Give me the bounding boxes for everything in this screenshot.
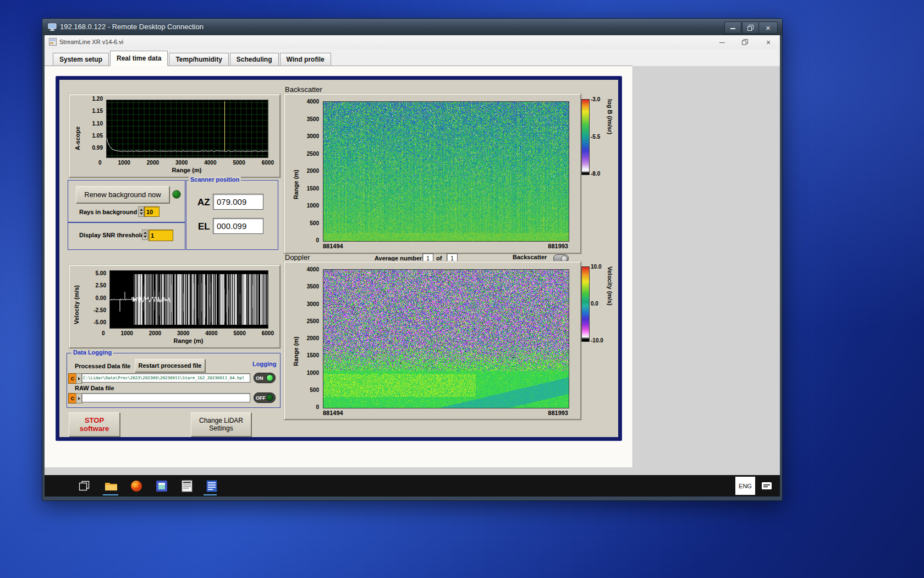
x-tick: 2000 [147,160,159,166]
y-tick: 1500 [307,186,319,192]
snr-value-field[interactable]: 1 [148,230,173,241]
tab-real-time-data[interactable]: Real time data [110,51,168,66]
app-close-button[interactable]: × [757,35,780,49]
task-view-button[interactable] [77,479,91,493]
ascope-group: A-scope 1.20 1.15 1.10 1.05 0.99 0 1000 … [69,94,280,178]
az-value-field[interactable]: 079.009 [213,194,263,210]
x-tick: 6000 [262,330,274,336]
x-tick: 4000 [205,330,217,336]
y-tick: 5.00 [96,270,106,276]
ascope-xlabel: Range (m) [106,167,267,173]
ascope-yticks: 1.20 1.15 1.10 1.05 0.99 [84,96,103,151]
processed-path-field[interactable]: C:\Lidar\Data\Proc\2023\202309\20230911\… [81,373,250,383]
logging-label: Logging [252,361,276,367]
y-tick: 2000 [307,168,319,174]
y-tick: 2500 [307,151,319,157]
y-tick: 1.15 [92,108,103,114]
x-tick: 1000 [118,160,130,166]
document-icon[interactable] [205,479,219,493]
y-tick: 0 [316,237,319,243]
change-lidar-settings-button[interactable]: Change LiDAR Settings [191,412,251,437]
raw-logging-toggle[interactable]: OFF [254,392,276,403]
y-tick: 2.50 [96,282,106,288]
backscatter-canvas [323,101,569,242]
backscatter-yticks: 4000 3500 3000 2500 2000 1500 1000 500 0 [300,99,319,243]
velocity-yticks: 5.00 2.50 0.00 -2.50 -5.00 [84,270,106,325]
background-groupbox: Renew background now Rays in background … [68,180,185,223]
backscatter-x-range: 881494 881993 [323,243,568,249]
y-tick: 1.05 [92,133,103,139]
stop-software-button[interactable]: STOP software [69,412,120,437]
app-minimize-button[interactable] [711,35,734,49]
velocity-ylabel: Velocity (m/s) [73,274,80,324]
rdp-close-button[interactable]: × [758,21,778,34]
renew-led-indicator [172,190,181,199]
tab-scheduling[interactable]: Scheduling [230,53,279,66]
tab-temp-humidity[interactable]: Temp/humidity [169,53,228,66]
vi-icon [49,38,57,47]
snr-threshold-label: Display SNR threshold [79,232,145,238]
rdp-restore-button[interactable] [742,21,759,34]
doppler-x-range: 881494 881993 [323,410,568,416]
x-tick: 1000 [121,330,133,336]
renew-background-button[interactable]: Renew background now [76,186,169,203]
colorbar-tick: -3.0 [591,96,600,102]
app-titlebar[interactable]: StreamLine XR v14-6.vi × [45,35,780,50]
snr-groupbox: Display SNR threshold 1 [68,222,185,250]
app-window-icon[interactable] [155,479,169,493]
ascope-canvas [106,100,268,158]
y-tick: 3000 [307,301,319,307]
data-logging-groupbox: Data Logging Processed Data file Restart… [67,353,280,408]
backscatter-group: Range (m) 4000 3500 3000 2500 2000 1500 … [284,94,581,254]
x-tick: 2000 [149,330,161,336]
tab-wind-profile[interactable]: Wind profile [280,53,331,66]
y-tick: 1.10 [92,121,103,127]
rdp-titlebar[interactable]: 192.168.0.122 - Remote Desktop Connectio… [42,19,782,35]
notification-icon[interactable] [760,479,774,493]
x-end-label: 881993 [548,243,568,249]
y-tick: 3500 [307,283,319,290]
firefox-icon[interactable] [129,479,144,493]
of-label: of [436,255,442,261]
file-explorer-icon[interactable] [104,479,118,493]
average-number-label: Average number [375,255,422,261]
x-tick: 0 [102,330,105,336]
remote-session: StreamLine XR v14-6.vi × System setup Re… [45,35,780,497]
x-tick: 5000 [233,160,245,166]
doppler-canvas [323,269,569,408]
y-tick: -2.50 [94,307,106,313]
x-tick: 4000 [204,160,216,166]
y-tick: 4000 [307,99,319,105]
rays-spinner[interactable] [138,206,144,217]
tab-system-setup[interactable]: System setup [53,53,109,66]
rdp-minimize-button[interactable] [724,21,741,34]
y-tick: 500 [310,220,319,226]
rays-value-field[interactable]: 10 [144,206,160,217]
taskbar: ENG [45,475,780,497]
processed-data-file-label: Processed Data file [75,363,131,369]
rdp-window-title: 192.168.0.122 - Remote Desktop Connectio… [60,23,204,31]
doppler-colorbar: 10.0 0.0 -10.0 Velocity (m/s) [581,266,617,341]
scanner-position-groupbox: Scanner position AZ 079.009 EL 000.099 [186,180,278,250]
colorbar-tick: 0.0 [591,301,603,307]
x-tick: 3000 [175,160,188,166]
backscatter-colorbar: -3.0 -5.5 -8.0 log B (/m/sr) [581,99,617,174]
el-value-field[interactable]: 000.099 [213,218,263,234]
doppler-yticks: 4000 3500 3000 2500 2000 1500 1000 500 0 [300,266,319,410]
scan-schedule-icon[interactable] [180,479,194,493]
colorbar-tick: -8.0 [591,171,600,177]
processed-logging-toggle[interactable]: ON [254,373,276,383]
velocity-xlabel: Range (m) [109,337,267,344]
backscatter-colorbar-label: log B (/m/sr) [607,99,613,174]
raw-path-field[interactable] [81,393,250,402]
y-tick: 1500 [307,352,319,358]
app-restore-button[interactable] [734,35,757,49]
y-tick: 0.00 [96,295,106,301]
snr-spinner[interactable] [142,230,148,240]
restart-processed-file-button[interactable]: Restart processed file [135,359,205,372]
language-indicator[interactable]: ENG [735,477,755,495]
doppler-title: Doppler [285,253,310,261]
velocity-group: Velocity (m/s) 5.00 2.50 0.00 -2.50 -5.0… [69,265,280,348]
az-label: AZ [197,197,210,208]
app-window-title: StreamLine XR v14-6.vi [59,39,123,45]
